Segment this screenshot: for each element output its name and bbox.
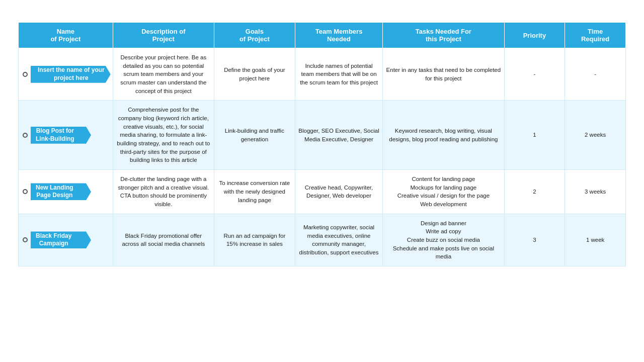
cell-tasks: Keyword research, blog writing, visual d… (383, 101, 504, 170)
circle-dot (23, 189, 28, 194)
cell-priority: 2 (504, 170, 565, 214)
col-header-col-priority: Priority (504, 23, 565, 48)
col-header-col-time: TimeRequired (565, 23, 626, 48)
project-name-arrow: Black FridayCampaign (31, 231, 91, 248)
cell-goals: Run an ad campaign for 15% increase in s… (214, 214, 295, 266)
cell-goals: To increase conversion rate with the new… (214, 170, 295, 214)
cell-priority: 3 (504, 214, 565, 266)
table-row: New LandingPage Design De-clutter the la… (19, 170, 626, 214)
cell-time: 2 weeks (565, 101, 626, 170)
cell-team: Include names of potential team members … (295, 48, 382, 101)
col-header-col-desc: Description ofProject (113, 23, 214, 48)
project-name-arrow: Insert the name of your project here (31, 66, 111, 83)
project-name-cell: Black FridayCampaign (19, 214, 113, 266)
name-arrow-container: Black FridayCampaign (23, 231, 111, 248)
project-name-arrow: Blog Post forLink-Building (31, 127, 91, 144)
circle-dot (23, 237, 28, 242)
col-header-col-name: Nameof Project (19, 23, 113, 48)
cell-team: Marketing copywriter, social media execu… (295, 214, 382, 266)
col-header-col-goals: Goalsof Project (214, 23, 295, 48)
cell-priority: 1 (504, 101, 565, 170)
project-name-arrow: New LandingPage Design (31, 183, 91, 200)
name-arrow-container: Insert the name of your project here (23, 66, 111, 83)
cell-tasks: Content for landing pageMockups for land… (383, 170, 504, 214)
cell-description: Comprehensive post for the company blog … (113, 101, 214, 170)
cell-description: De-clutter the landing page with a stron… (113, 170, 214, 214)
cell-description: Describe your project here. Be as detail… (113, 48, 214, 101)
circle-dot (23, 72, 28, 77)
name-arrow-container: New LandingPage Design (23, 183, 111, 200)
col-header-col-team: Team MembersNeeded (295, 23, 382, 48)
cell-goals: Define the goals of your project here (214, 48, 295, 101)
cell-time: 3 weeks (565, 170, 626, 214)
cell-priority: - (504, 48, 565, 101)
project-name-cell: Insert the name of your project here (19, 48, 113, 101)
cell-tasks: Enter in any tasks that need to be compl… (383, 48, 504, 101)
cell-team: Blogger, SEO Executive, Social Media Exe… (295, 101, 382, 170)
project-name-cell: Blog Post forLink-Building (19, 101, 113, 170)
project-name-cell: New LandingPage Design (19, 170, 113, 214)
cell-time: - (565, 48, 626, 101)
cell-tasks: Design ad bannerWrite ad copyCreate buzz… (383, 214, 504, 266)
circle-dot (23, 133, 28, 138)
table-row: Insert the name of your project here Des… (19, 48, 626, 101)
backlog-table: Nameof ProjectDescription ofProjectGoals… (18, 22, 626, 266)
cell-description: Black Friday promotional offer across al… (113, 214, 214, 266)
cell-goals: Link-building and traffic generation (214, 101, 295, 170)
table-row: Blog Post forLink-Building Comprehensive… (19, 101, 626, 170)
cell-time: 1 week (565, 214, 626, 266)
name-arrow-container: Blog Post forLink-Building (23, 127, 111, 144)
cell-team: Creative head, Copywriter, Designer, Web… (295, 170, 382, 214)
table-row: Black FridayCampaign Black Friday promot… (19, 214, 626, 266)
col-header-col-tasks: Tasks Needed Forthis Project (383, 23, 504, 48)
